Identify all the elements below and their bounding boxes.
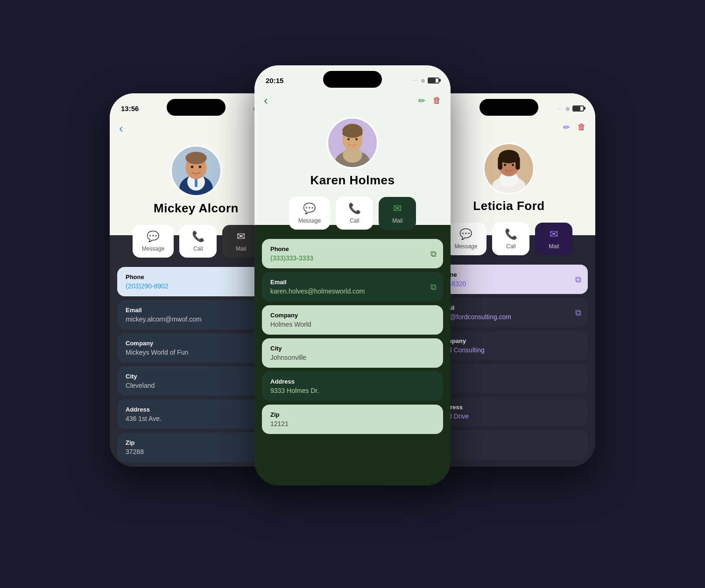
right-phone-card: Phone 820-8320 ⧉ <box>430 265 588 294</box>
right-battery-fill <box>573 106 580 111</box>
left-message-btn[interactable]: 💬 Message <box>133 225 174 258</box>
center-phone-card: Phone (333)333-3333 ⧉ <box>262 239 443 268</box>
center-email-copy[interactable]: ⧉ <box>430 282 437 292</box>
left-avatar-image <box>172 147 220 195</box>
right-nav-icons: ✏ 🗑 <box>563 122 586 133</box>
center-address-card: Address 9333 Holmes Dr. <box>262 371 443 401</box>
center-call-icon: 📞 <box>348 203 361 215</box>
right-dynamic-island <box>479 99 538 116</box>
right-message-btn[interactable]: 💬 Message <box>445 223 487 255</box>
center-call-btn[interactable]: 📞 Call <box>336 197 373 230</box>
right-phone-label: Phone <box>438 271 579 278</box>
right-company-card: Company Ford Consulting <box>430 331 588 360</box>
left-contact-name: Mickey Alcorn <box>154 201 239 216</box>
left-message-label: Message <box>142 245 165 252</box>
center-mail-icon: ✉ <box>393 203 402 215</box>
left-email-value[interactable]: mickey.alcorn@mwof.com <box>126 315 267 323</box>
left-mail-icon: ✉ <box>237 231 245 243</box>
center-contact-name: Karen Holmes <box>310 173 395 188</box>
right-status-icons: ··· ⌾ <box>557 105 584 112</box>
left-address-value: 436 1st Ave. <box>126 415 267 422</box>
right-city-value: ng <box>438 379 579 387</box>
right-mail-btn[interactable]: ✉ Mail <box>535 223 572 255</box>
right-mail-label: Mail <box>549 243 559 250</box>
right-zip-label: Zip <box>438 437 579 444</box>
center-battery-fill <box>429 78 436 83</box>
left-call-btn[interactable]: 📞 Call <box>179 225 217 258</box>
left-city-value: Cleveland <box>126 382 267 389</box>
right-company-value: Ford Consulting <box>438 346 579 354</box>
left-call-label: Call <box>193 245 203 252</box>
svg-point-6 <box>191 166 194 168</box>
center-phone-value[interactable]: (333)333-3333 <box>270 254 435 262</box>
svg-point-25 <box>512 164 514 166</box>
left-message-icon: 💬 <box>147 231 159 243</box>
center-company-card: Company Holmes World <box>262 305 443 335</box>
center-email-label: Email <box>270 279 435 286</box>
left-company-label: Company <box>126 340 267 347</box>
svg-point-7 <box>199 166 202 168</box>
center-message-btn[interactable]: 💬 Message <box>289 197 331 230</box>
right-email-label: Email <box>438 304 579 311</box>
right-phone-copy[interactable]: ⧉ <box>575 274 581 284</box>
right-edit-icon[interactable]: ✏ <box>563 122 570 133</box>
right-call-icon: 📞 <box>505 228 517 240</box>
center-zip-card: Zip 12121 <box>262 405 443 434</box>
left-back-button[interactable]: ‹ <box>119 121 123 136</box>
left-dynamic-island <box>167 99 226 116</box>
left-zip-value: 37288 <box>126 448 267 455</box>
right-delete-icon[interactable]: 🗑 <box>578 122 586 133</box>
right-email-value[interactable]: ford@fordconsulting.com <box>438 313 579 321</box>
svg-rect-2 <box>195 178 197 187</box>
center-battery <box>428 77 439 84</box>
center-screen-content: 20:15 ··· ⌾ ‹ ✏ 🗑 <box>254 65 451 485</box>
left-city-label: City <box>126 373 267 380</box>
center-address-value: 9333 Holmes Dr. <box>270 387 435 394</box>
center-mail-label: Mail <box>392 217 402 224</box>
center-message-label: Message <box>298 217 321 224</box>
center-avatar <box>327 117 378 168</box>
right-call-label: Call <box>506 243 516 250</box>
right-phone-value[interactable]: 820-8320 <box>438 280 579 287</box>
center-edit-icon[interactable]: ✏ <box>418 96 425 106</box>
center-phone-copy[interactable]: ⧉ <box>430 249 437 259</box>
left-company-card: Company Mickeys World of Fun <box>117 333 275 363</box>
right-wifi-icon: ⌾ <box>566 105 570 112</box>
left-signal-dots: ··· <box>244 106 250 111</box>
svg-point-13 <box>342 130 362 137</box>
left-phone-value[interactable]: (203)290-8902 <box>126 282 267 290</box>
center-signal-dots: ··· <box>412 78 418 83</box>
center-email-value[interactable]: karen.holves@holmesworld.com <box>270 287 435 295</box>
center-action-buttons: 💬 Message 📞 Call ✉ Mail <box>254 197 451 230</box>
left-zip-label: Zip <box>126 439 267 446</box>
center-zip-value: 12121 <box>270 420 435 427</box>
right-avatar-image <box>485 144 533 193</box>
left-zip-card: Zip 37288 <box>117 433 275 462</box>
center-avatar-section: Karen Holmes <box>254 112 451 197</box>
right-email-card: Email ford@fordconsulting.com ⧉ <box>430 298 588 327</box>
phones-container: 13:56 ··· ⌾ ‹ ✏ <box>96 37 609 551</box>
left-city-card: City Cleveland <box>117 366 275 396</box>
svg-point-14 <box>347 138 350 140</box>
center-mail-btn[interactable]: ✉ Mail <box>379 197 416 230</box>
left-phone-card: Phone (203)290-8902 ⧉ <box>117 267 275 296</box>
svg-point-24 <box>504 164 506 166</box>
center-address-label: Address <box>270 378 435 385</box>
center-company-value: Holmes World <box>270 321 435 328</box>
left-mail-label: Mail <box>236 245 246 252</box>
right-company-label: Company <box>438 337 579 344</box>
center-city-card: City Johnsonville <box>262 338 443 368</box>
center-call-label: Call <box>350 217 360 224</box>
center-time: 20:15 <box>266 77 283 84</box>
center-delete-icon[interactable]: 🗑 <box>433 96 441 106</box>
right-call-btn[interactable]: 📞 Call <box>492 223 529 255</box>
center-back-button[interactable]: ‹ <box>264 93 268 108</box>
right-message-label: Message <box>455 243 478 250</box>
right-email-copy[interactable]: ⧉ <box>575 308 581 317</box>
center-status-icons: ··· ⌾ <box>412 77 439 84</box>
right-address-card: Address Ford Drive <box>430 397 588 427</box>
left-email-label: Email <box>126 307 267 314</box>
left-address-card: Address 436 1st Ave. <box>117 399 275 429</box>
right-contact-name: Leticia Ford <box>473 199 544 213</box>
left-address-label: Address <box>126 406 267 413</box>
